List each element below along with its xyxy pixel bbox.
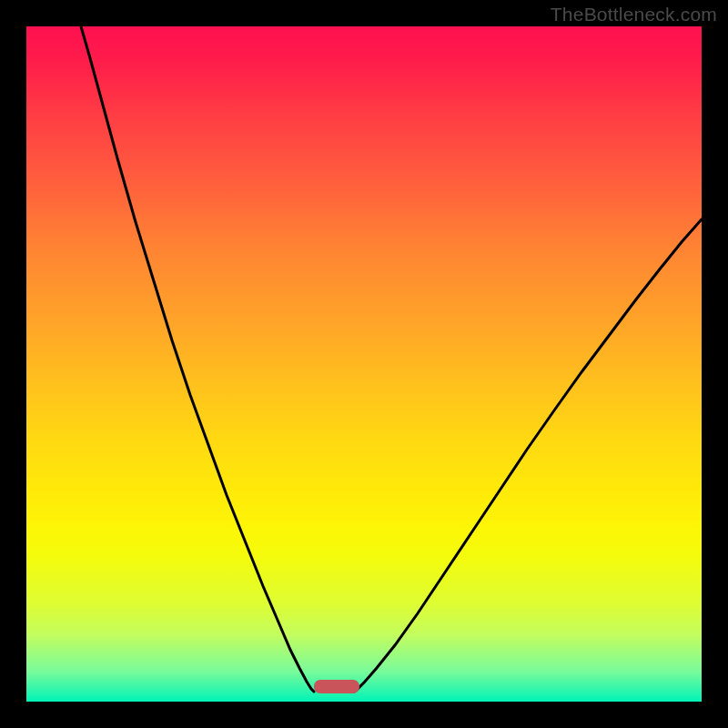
left-curve-path [81,26,314,692]
chart-curves-svg [26,26,702,702]
watermark-text: TheBottleneck.com [551,4,717,25]
bottleneck-marker [314,680,359,693]
chart-area [26,26,702,702]
right-curve-path [354,219,702,692]
